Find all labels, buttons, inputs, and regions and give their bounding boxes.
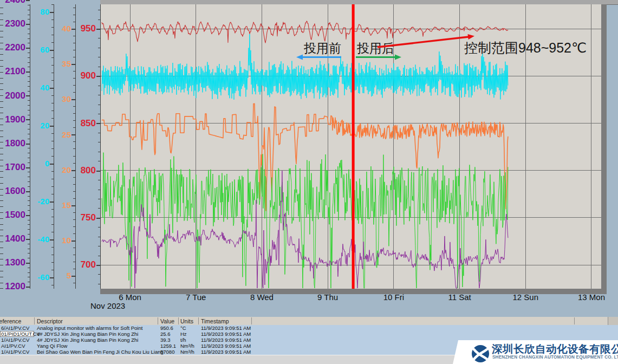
clipped-axis-tick — [0, 131, 3, 131]
y-axis-minortick-purple — [28, 134, 30, 134]
clipped-axis-tick — [0, 89, 3, 90]
y-axis-tick-cyan-20 — [50, 126, 54, 127]
y-axis-label-purple-2000: 2000 — [0, 91, 25, 100]
y-axis-minortick-cyan — [51, 232, 54, 232]
y-axis-minortick-cyan — [51, 42, 54, 43]
y-axis-tick-orange-5 — [71, 276, 75, 277]
y-axis-minortick-purple — [28, 153, 30, 153]
clipped-axis-tick — [0, 230, 3, 230]
y-axis-minortick-orange — [73, 106, 75, 107]
y-axis-minortick-red — [98, 86, 100, 86]
header-separator[interactable] — [34, 317, 35, 324]
column-header-descriptor[interactable]: Descriptor — [37, 318, 63, 324]
header-separator[interactable] — [178, 317, 179, 324]
y-axis-tick-red-800 — [96, 171, 100, 172]
cell-descriptor: Yang Qi Flow — [37, 343, 67, 349]
y-axis-minortick-purple — [28, 57, 30, 58]
y-axis-tick-purple-2300 — [26, 24, 30, 25]
y-axis-minortick-red — [98, 38, 100, 38]
column-header-units[interactable]: Units — [180, 318, 193, 324]
y-axis-label-red-750: 750 — [58, 213, 96, 222]
y-axis-label-orange-15: 15 — [33, 201, 71, 209]
y-axis-line-red — [100, 4, 101, 289]
y-axis-minortick-purple — [28, 62, 30, 63]
y-axis-minortick-red — [98, 227, 100, 227]
cell-descriptor: 4# JDYSJ Xin Jing Kuang Bian Pin Kong Zh… — [37, 331, 138, 337]
y-axis-tick-cyan-40 — [50, 88, 54, 89]
clipped-axis-tick — [0, 248, 3, 248]
clipped-axis-tick — [0, 224, 3, 225]
cell-descriptor: Analog input monitor with alarms for Sof… — [37, 325, 142, 331]
y-axis-minortick-purple — [28, 181, 30, 182]
y-axis-minortick-orange — [73, 248, 75, 248]
y-axis-tick-orange-10 — [71, 240, 75, 242]
x-axis-label-7-tue: 7 Tue — [186, 292, 206, 302]
y-axis-minortick-orange — [73, 198, 75, 199]
clipped-axis-tick — [0, 177, 3, 178]
header-separator[interactable] — [158, 317, 158, 324]
clipped-axis-tick — [0, 83, 3, 84]
cell-units: Nm³/h — [180, 343, 194, 349]
plot-right-border — [601, 4, 607, 294]
y-axis-label-cyan-80: 80 — [11, 8, 49, 16]
y-axis-minortick-red — [98, 105, 100, 105]
y-axis-tick-red-700 — [96, 265, 100, 266]
y-axis-minortick-cyan — [51, 57, 54, 58]
table-row-1[interactable]: 6/AI1/PV.CVAnalog input monitor with ala… — [0, 325, 618, 331]
y-axis-minortick-purple — [28, 234, 30, 235]
clipped-axis-tick — [0, 8, 3, 8]
column-header-timestamp[interactable]: Timestamp — [201, 318, 229, 324]
table-row-2[interactable]: 01/PID1/OUT.CV4# JDYSJ Xin Jing Kuang Bi… — [0, 331, 618, 337]
header-separator[interactable] — [198, 317, 199, 324]
y-axis-tick-orange-30 — [71, 99, 75, 100]
column-header-reference[interactable]: Reference — [0, 318, 21, 324]
cell-ref: 6/AI1/PV.CV — [1, 325, 29, 331]
clipped-axis-tick — [0, 253, 3, 254]
y-axis-minortick-purple — [28, 249, 30, 249]
y-axis-label-red-700: 700 — [58, 260, 96, 269]
clipped-axis-tick — [0, 136, 3, 137]
y-axis-minortick-purple — [28, 38, 30, 39]
y-axis-minortick-purple — [28, 220, 30, 220]
cell-ref: 1/AI1/PV.CV — [1, 349, 29, 355]
cell-units: Hz — [180, 331, 187, 337]
y-axis-minortick-cyan — [51, 118, 54, 119]
y-axis-label-cyan-60: 60 — [11, 46, 49, 54]
y-axis-minortick-orange — [73, 113, 75, 114]
y-axis-tick-cyan-60 — [50, 50, 54, 51]
clipped-axis-tick — [0, 54, 3, 55]
cell-units: t/h — [180, 337, 186, 343]
y-axis-label-orange-25: 25 — [33, 131, 71, 139]
y-axis-minortick-red — [98, 67, 100, 67]
x-axis-month-label: Nov 2023 — [90, 301, 125, 310]
y-axis-minortick-cyan — [51, 255, 54, 255]
y-axis-minortick-red — [98, 10, 100, 10]
y-axis-minortick-cyan — [51, 179, 54, 179]
header-separator[interactable] — [574, 317, 575, 324]
y-axis-minortick-cyan — [51, 209, 54, 210]
trace-high-temp-fan-outlet-flow — [102, 153, 508, 288]
annotation-before-commissioning: 投用前 — [304, 42, 341, 55]
x-axis-label-10-fri: 10 Fri — [383, 292, 404, 302]
y-axis-minortick-purple — [28, 158, 30, 158]
commissioning-event-line — [352, 4, 355, 289]
y-axis-label-cyan-20: 20 — [11, 121, 49, 129]
cell-descriptor: Bei Shao Gao Wen Bian Pin Feng Ji Chu Ko… — [37, 349, 164, 355]
y-axis-tick-purple-1800 — [26, 144, 30, 145]
y-axis-minortick-orange — [73, 163, 75, 164]
y-axis-minortick-purple — [28, 34, 30, 34]
y-axis-minortick-purple — [28, 5, 30, 5]
cell-timestamp: 11/9/2023 9:09:51 AM — [201, 331, 251, 337]
y-axis-label-purple-1600: 1600 — [0, 186, 25, 196]
y-axis-tick-red-750 — [96, 218, 100, 219]
y-axis-minortick-orange — [73, 226, 75, 227]
clipped-axis-tick — [0, 148, 3, 148]
y-axis-tick-purple-1200 — [26, 287, 30, 288]
y-axis-minortick-red — [98, 190, 100, 190]
cell-descriptor: 4# JDYSJ Xin Jing Kuang Bian Pin Kong Zh… — [37, 337, 138, 343]
header-separator[interactable] — [251, 317, 252, 324]
y-axis-minortick-red — [98, 48, 100, 48]
cell-ref: 1/AI1/PV.CV — [1, 337, 29, 343]
y-axis-minortick-orange — [73, 85, 75, 86]
column-header-value[interactable]: Value — [160, 318, 174, 324]
